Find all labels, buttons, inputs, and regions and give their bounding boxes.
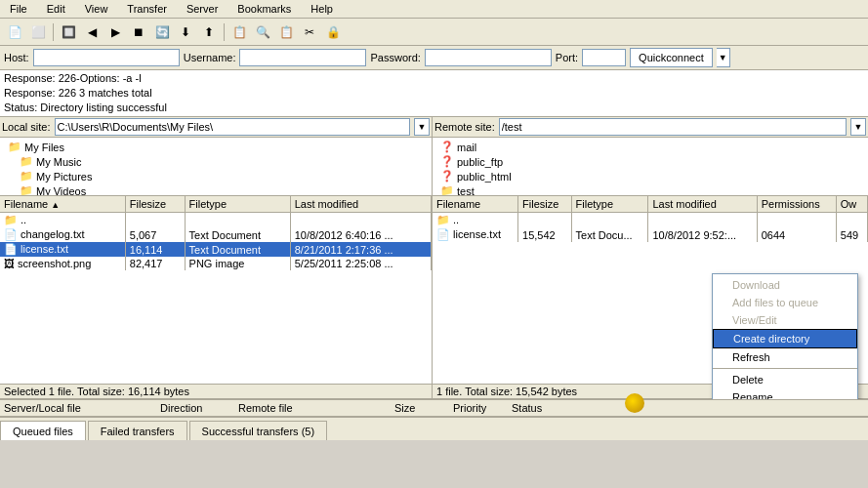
local-site-dropdown[interactable]: ▼: [414, 118, 430, 136]
tree-item-mymusic[interactable]: 📁 My Music: [0, 154, 432, 169]
toolbar-btn-3[interactable]: ◀: [81, 21, 103, 43]
remote-site-dropdown[interactable]: ▼: [850, 118, 866, 136]
remote-site-bar: Remote site: ▼: [433, 117, 868, 138]
menu-file[interactable]: File: [4, 1, 33, 17]
tree-item-label: My Pictures: [36, 171, 92, 183]
folder-icon: 📁: [440, 184, 454, 196]
tree-item-mail[interactable]: ❓ mail: [433, 140, 868, 154]
ctx-add-to-queue[interactable]: Add files to queue: [713, 294, 857, 311]
menu-bookmarks[interactable]: Bookmarks: [231, 1, 297, 17]
quickconnect-dropdown[interactable]: ▼: [717, 48, 730, 67]
col-filesize-local[interactable]: Filesize: [125, 196, 185, 213]
file-icon: 📄: [436, 228, 450, 240]
local-site-bar: Local site: ▼: [0, 117, 432, 138]
local-site-input[interactable]: [55, 118, 410, 136]
host-label: Host:: [4, 52, 29, 63]
local-panel: Local site: ▼ 📁 My Files 📁 My Music 📁 My…: [0, 117, 433, 399]
menu-transfer[interactable]: Transfer: [121, 1, 173, 17]
connection-bar: Host: Username: Password: Port: Quickcon…: [0, 46, 868, 70]
unknown-icon: ❓: [440, 141, 454, 153]
col-filetype-local[interactable]: Filetype: [185, 196, 290, 213]
ctx-create-directory[interactable]: Create directory: [713, 329, 857, 348]
cell-size: 16,114: [125, 242, 185, 257]
col-remote-file: Remote file: [238, 402, 394, 414]
toolbar-btn-12[interactable]: ✂: [299, 21, 320, 43]
file-icon: 🖼: [4, 258, 15, 269]
ctx-download[interactable]: Download: [713, 276, 857, 294]
col-lastmodified-remote[interactable]: Last modified: [648, 196, 757, 213]
menu-help[interactable]: Help: [305, 1, 339, 17]
file-icon: 📄: [4, 228, 18, 240]
ctx-delete[interactable]: Delete: [713, 371, 857, 388]
tree-item-mypictures[interactable]: 📁 My Pictures: [0, 169, 432, 183]
toolbar-btn-8[interactable]: ⬆: [198, 21, 220, 43]
col-owner-remote[interactable]: Ow: [836, 196, 867, 213]
tree-item-myfiles[interactable]: 📁 My Files: [0, 140, 432, 154]
parent-dir-icon: 📁: [4, 214, 18, 225]
tree-item-publichtml[interactable]: ❓ public_html: [433, 169, 868, 183]
cell-modified: [290, 213, 431, 228]
cell-size: [125, 213, 185, 228]
toolbar-btn-7[interactable]: ⬇: [175, 21, 196, 43]
tree-item-myvideos[interactable]: 📁 My Videos: [0, 183, 432, 196]
table-row-selected[interactable]: 📄 license.txt 16,114 Text Document 8/21/…: [0, 242, 432, 257]
log-line-3: Status: Directory listing successful: [4, 101, 864, 115]
quickconnect-button[interactable]: Quickconnect: [630, 48, 713, 67]
col-direction: Direction: [160, 402, 238, 414]
tree-item-label: My Files: [24, 142, 64, 153]
tree-item-label: mail: [457, 142, 476, 153]
col-size: Size: [394, 402, 453, 414]
menu-server[interactable]: Server: [181, 1, 224, 17]
menu-edit[interactable]: Edit: [41, 1, 71, 17]
ctx-rename[interactable]: Rename: [713, 388, 857, 399]
toolbar-sep-1: [53, 23, 54, 41]
col-server-local: Server/Local file: [4, 402, 160, 414]
remote-site-input[interactable]: [499, 118, 847, 136]
toolbar-btn-4[interactable]: ▶: [104, 21, 126, 43]
tab-successful-transfers[interactable]: Successful transfers (5): [189, 421, 328, 440]
ctx-view-edit[interactable]: View/Edit: [713, 311, 857, 329]
local-status-bar: Selected 1 file. Total size: 16,114 byte…: [0, 384, 432, 399]
password-input[interactable]: [425, 49, 552, 66]
cell-modified: 10/8/2012 6:40:16 ...: [290, 227, 431, 242]
host-input[interactable]: [33, 49, 180, 66]
ctx-refresh[interactable]: Refresh: [713, 348, 857, 366]
col-filename-local[interactable]: Filename ▲: [0, 196, 125, 213]
toolbar-btn-10[interactable]: 🔍: [252, 21, 273, 43]
new-site-button[interactable]: 📄: [4, 21, 25, 43]
cell-filename: 📄 license.txt: [0, 242, 125, 257]
toolbar-btn-9[interactable]: 📋: [228, 21, 250, 43]
menu-view[interactable]: View: [79, 1, 114, 17]
tree-item-test[interactable]: 📁 test: [433, 183, 868, 196]
toolbar-sep-2: [224, 23, 225, 41]
toolbar-btn-6[interactable]: 🔄: [151, 21, 173, 43]
folder-icon: 📁: [20, 170, 33, 183]
site-manager-button[interactable]: ⬜: [27, 21, 49, 43]
col-permissions-remote[interactable]: Permissions: [757, 196, 836, 213]
table-row[interactable]: 📄 license.txt 15,542 Text Docu... 10/8/2…: [433, 227, 868, 242]
username-input[interactable]: [239, 49, 366, 66]
table-row[interactable]: 📁 ..: [0, 213, 432, 228]
tree-item-publicftp[interactable]: ❓ public_ftp: [433, 154, 868, 169]
cell-type: [571, 213, 648, 228]
col-filetype-remote[interactable]: Filetype: [571, 196, 648, 213]
port-input[interactable]: [582, 49, 626, 66]
table-row[interactable]: 🖼 screenshot.png 82,417 PNG image 5/25/2…: [0, 257, 432, 270]
cell-modified: 8/21/2011 2:17:36 ...: [290, 242, 431, 257]
cell-perms: 0644: [757, 227, 836, 242]
toolbar: 📄 ⬜ 🔲 ◀ ▶ ⏹ 🔄 ⬇ ⬆ 📋 🔍 📋 ✂ 🔒: [0, 19, 868, 46]
table-row[interactable]: 📄 changelog.txt 5,067 Text Document 10/8…: [0, 227, 432, 242]
local-file-table: Filename ▲ Filesize Filetype Last modifi…: [0, 196, 432, 270]
col-filename-remote[interactable]: Filename: [433, 196, 518, 213]
toolbar-btn-2[interactable]: 🔲: [58, 21, 79, 43]
col-lastmodified-local[interactable]: Last modified: [290, 196, 431, 213]
col-filesize-remote[interactable]: Filesize: [518, 196, 571, 213]
tab-queued-files[interactable]: Queued files: [0, 421, 86, 440]
toolbar-btn-13[interactable]: 🔒: [322, 21, 344, 43]
toolbar-btn-11[interactable]: 📋: [275, 21, 297, 43]
folder-icon: 📁: [20, 184, 33, 196]
tab-failed-transfers[interactable]: Failed transfers: [88, 421, 187, 440]
toolbar-btn-5[interactable]: ⏹: [128, 21, 149, 43]
table-row[interactable]: 📁 ..: [433, 213, 868, 228]
main-panels: Local site: ▼ 📁 My Files 📁 My Music 📁 My…: [0, 117, 868, 400]
